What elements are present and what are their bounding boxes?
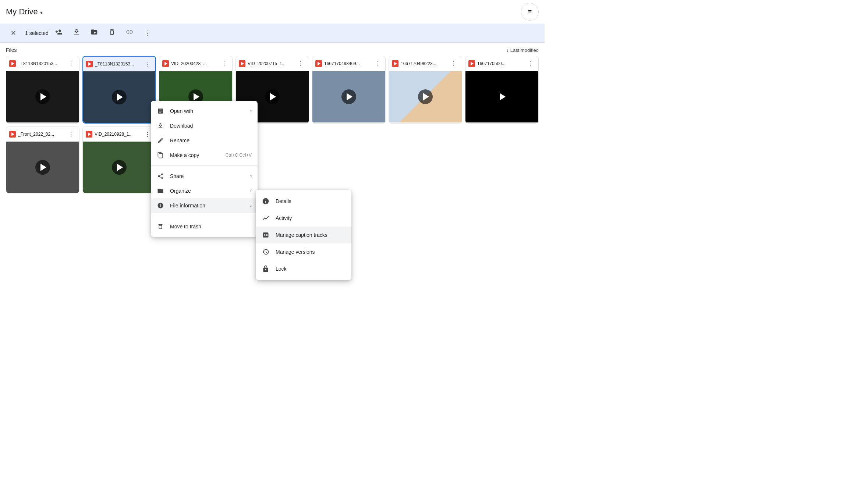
context-menu-download[interactable]: Download	[151, 118, 258, 133]
file-thumbnail	[6, 142, 79, 193]
file-header: 1667170498223... ⋮	[389, 56, 462, 71]
file-name: _T8113N1320153...	[18, 61, 57, 66]
play-button[interactable]	[35, 160, 50, 175]
close-selection-button[interactable]: ✕	[6, 26, 21, 40]
file-more-button[interactable]: ⋮	[449, 58, 459, 69]
drive-title-arrow[interactable]: ▾	[40, 10, 43, 15]
file-name: 1667170500...	[477, 61, 506, 66]
file-item[interactable]: 1667170498223... ⋮	[389, 56, 462, 124]
toolbar: ✕ 1 selected ⋮	[0, 24, 545, 43]
move-icon	[91, 28, 98, 38]
file-name: 1667170498223...	[401, 61, 436, 66]
file-title-row: 1667170498223...	[392, 60, 449, 67]
file-more-button[interactable]: ⋮	[525, 58, 535, 69]
file-thumbnail	[389, 71, 462, 122]
submenu-lock[interactable]: Lock	[256, 260, 351, 277]
link-button[interactable]	[122, 26, 137, 40]
file-more-button[interactable]: ⋮	[295, 58, 306, 69]
file-item[interactable]: _T8113N1320153... ⋮	[6, 56, 79, 124]
header: My Drive ▾ ≡	[0, 0, 545, 24]
header-right: ≡	[521, 3, 539, 21]
download-icon	[157, 122, 164, 129]
context-menu-file-information[interactable]: File information ›	[151, 198, 258, 213]
play-button[interactable]	[418, 89, 433, 104]
share-icon	[157, 172, 164, 180]
file-item[interactable]: VID_20210928_1... ⋮	[82, 127, 156, 193]
file-title-row: _T8113N1320153...	[9, 60, 66, 67]
trash-icon	[157, 223, 164, 230]
file-item[interactable]: 1667170500... ⋮	[465, 56, 539, 124]
submenu-activity[interactable]: Activity	[256, 210, 351, 227]
file-more-button[interactable]: ⋮	[142, 59, 152, 69]
file-more-button[interactable]: ⋮	[372, 58, 382, 69]
trash-toolbar-button[interactable]	[104, 26, 119, 40]
context-menu-share[interactable]: Share ›	[151, 169, 258, 184]
file-item[interactable]: 1667170498469... ⋮	[312, 56, 386, 124]
file-header: VID_20210928_1... ⋮	[83, 127, 156, 142]
context-menu-organize[interactable]: Organize ›	[151, 184, 258, 198]
lock-icon	[262, 265, 270, 273]
file-name: 1667170498469...	[324, 61, 360, 66]
submenu-manage-versions[interactable]: Manage versions	[256, 243, 351, 260]
file-more-button[interactable]: ⋮	[219, 58, 229, 69]
context-menu-open-with[interactable]: Open with ›	[151, 104, 258, 118]
context-menu-rename[interactable]: Rename	[151, 133, 258, 148]
file-title-row: VID_20210928_1...	[86, 131, 142, 138]
sort-label: Last modified	[510, 47, 539, 53]
download-label: Download	[170, 123, 252, 129]
download-icon	[73, 28, 80, 38]
play-button[interactable]	[495, 89, 509, 104]
sort-button[interactable]: ↓ Last modified	[506, 47, 539, 53]
file-name: _T8113N1320153...	[95, 61, 134, 67]
file-thumbnail	[83, 71, 155, 123]
context-menu-move-to-trash[interactable]: Move to trash	[151, 219, 258, 234]
file-item[interactable]: _Front_2022_02... ⋮	[6, 127, 79, 193]
rename-label: Rename	[170, 138, 252, 143]
file-title-row: VID_20200428_...	[162, 60, 219, 67]
close-icon: ✕	[11, 29, 16, 37]
submenu-manage-caption-tracks[interactable]: Manage caption tracks	[256, 227, 351, 243]
sort-down-icon: ↓	[506, 47, 509, 53]
download-toolbar-button[interactable]	[69, 26, 84, 40]
file-title-row: _Front_2022_02...	[9, 131, 66, 138]
file-name: VID_20200428_...	[171, 61, 207, 66]
video-file-icon	[9, 131, 16, 138]
video-file-icon	[162, 60, 169, 67]
play-button[interactable]	[265, 89, 280, 104]
file-header: _Front_2022_02... ⋮	[6, 127, 79, 142]
file-more-button[interactable]: ⋮	[66, 58, 76, 69]
file-more-button[interactable]: ⋮	[66, 129, 76, 139]
menu-divider-2	[151, 216, 258, 216]
trash-icon	[108, 28, 116, 38]
video-file-icon	[315, 60, 322, 67]
file-title-row: _T8113N1320153...	[86, 61, 142, 67]
more-vert-icon: ⋮	[144, 29, 150, 37]
file-name: _Front_2022_02...	[18, 132, 54, 137]
play-button[interactable]	[112, 160, 127, 175]
file-information-submenu: Details Activity Manage caption tracks M…	[256, 190, 351, 280]
more-toolbar-button[interactable]: ⋮	[140, 26, 155, 40]
play-button[interactable]	[112, 90, 127, 104]
manage-caption-tracks-label: Manage caption tracks	[276, 232, 327, 238]
play-button[interactable]	[35, 89, 50, 104]
open-with-icon	[157, 107, 164, 115]
file-header: _T8113N1320153... ⋮	[6, 56, 79, 71]
context-menu-make-copy[interactable]: Make a copy Ctrl+C Ctrl+V	[151, 148, 258, 163]
submenu-details[interactable]: Details	[256, 193, 351, 210]
file-title-row: VID_20200715_1...	[239, 60, 295, 67]
settings-menu-button[interactable]: ≡	[521, 3, 539, 21]
move-button[interactable]	[87, 26, 102, 40]
manage-versions-label: Manage versions	[276, 249, 315, 255]
lock-label: Lock	[276, 266, 287, 272]
drive-title: My Drive ▾	[6, 7, 43, 17]
file-item[interactable]: _T8113N1320153... ⋮	[82, 56, 156, 124]
activity-label: Activity	[276, 215, 292, 221]
versions-icon	[262, 248, 270, 256]
context-menu: Open with › Download Rename Make a copy …	[151, 101, 258, 237]
selected-count: 1 selected	[25, 30, 49, 36]
play-button[interactable]	[341, 89, 356, 104]
share-label: Share	[170, 173, 244, 179]
file-thumbnail	[465, 71, 538, 122]
organize-icon	[157, 187, 164, 195]
add-person-button[interactable]	[52, 26, 66, 40]
